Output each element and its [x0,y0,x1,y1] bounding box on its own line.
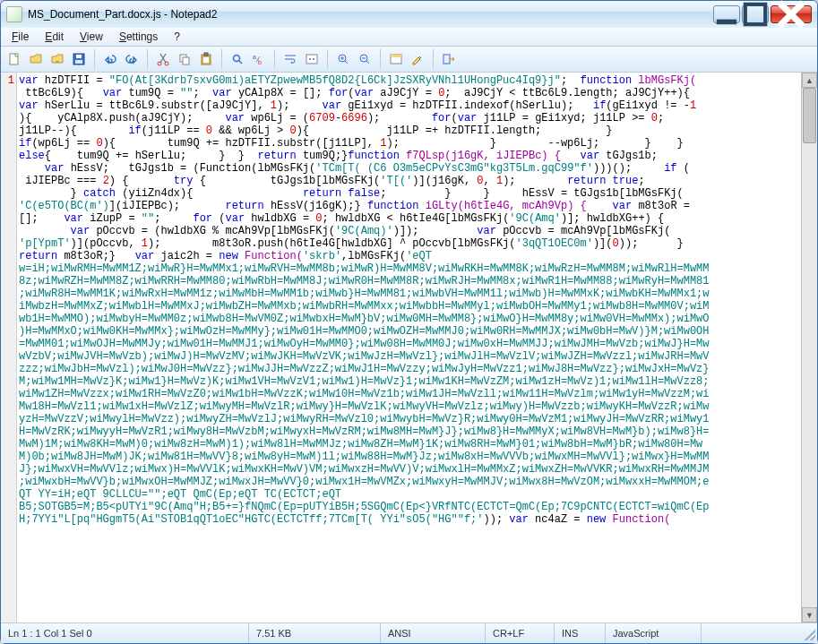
svg-text:a: a [253,54,256,60]
line-number: 1 [1,74,14,87]
svg-rect-4 [75,60,82,64]
menu-view[interactable]: View [73,29,110,45]
toolbar-separator [433,49,434,69]
svg-rect-11 [203,57,209,63]
svg-point-12 [234,56,240,62]
vertical-scrollbar[interactable]: ▲ ▼ [801,73,817,623]
replace-button[interactable]: ab [249,49,269,69]
customize-button[interactable] [408,49,427,69]
minimize-button[interactable] [713,5,740,23]
maximize-button[interactable] [742,5,769,23]
status-bar: Ln 1 : 1 Col 1 Sel 0 7.51 KB ANSI CR+LF … [1,623,817,643]
menu-help[interactable]: ? [167,29,187,45]
window-controls [713,5,812,23]
toolbar: ab [1,47,817,73]
svg-rect-3 [76,55,82,58]
svg-rect-8 [183,57,189,64]
toolbar-separator [221,49,222,69]
menu-edit[interactable]: Edit [38,29,71,45]
save-button[interactable] [69,49,89,69]
menu-bar: File Edit View Settings ? [1,28,817,47]
menu-settings[interactable]: Settings [112,29,165,45]
status-insertmode[interactable]: INS [555,623,606,643]
zoom-in-button[interactable] [333,49,353,69]
browse-folder-button[interactable] [47,49,67,69]
undo-button[interactable] [100,49,120,69]
svg-rect-22 [443,55,450,64]
svg-rect-0 [745,4,765,24]
svg-point-6 [165,62,168,65]
code-area[interactable]: var hzDTFII = "FO(At[3Kdrb7sxvG0mi)aETYZ… [17,73,801,623]
close-button[interactable] [771,5,812,23]
svg-point-16 [309,58,311,60]
window-title: MS_Document_Part.docx.js - Notepad2 [28,8,713,21]
scheme-button[interactable] [386,49,406,69]
scroll-up-button[interactable]: ▲ [802,73,817,88]
window: MS_Document_Part.docx.js - Notepad2 File… [0,0,818,644]
copy-button[interactable] [175,49,194,69]
svg-rect-15 [306,55,317,64]
new-file-button[interactable] [4,49,24,69]
word-wrap-button[interactable] [280,49,300,69]
status-encoding[interactable]: ANSI [381,623,486,643]
status-language[interactable]: JavaScript [606,623,702,643]
status-spacer [702,623,801,643]
toolbar-separator [380,49,381,69]
svg-point-5 [158,62,161,65]
titlebar[interactable]: MS_Document_Part.docx.js - Notepad2 [1,1,817,28]
svg-text:b: b [258,59,262,65]
toolbar-separator [327,49,328,69]
toolbar-separator [274,49,275,69]
scroll-down-button[interactable]: ▼ [802,607,817,623]
zoom-out-button[interactable] [355,49,375,69]
redo-button[interactable] [122,49,142,69]
toolbar-separator [147,49,148,69]
status-lineending[interactable]: CR+LF [486,623,555,643]
open-file-button[interactable] [26,49,46,69]
find-button[interactable] [228,49,247,69]
resize-grip-icon[interactable] [801,626,815,640]
status-position[interactable]: Ln 1 : 1 Col 1 Sel 0 [1,623,249,643]
paste-button[interactable] [196,49,216,69]
cut-button[interactable] [153,49,173,69]
scroll-thumb[interactable] [803,88,816,143]
show-whitespace-button[interactable] [302,49,322,69]
line-number-gutter: 1 [1,73,17,623]
svg-rect-21 [391,55,401,57]
svg-rect-10 [204,53,208,56]
svg-rect-1 [10,54,18,64]
status-filesize[interactable]: 7.51 KB [249,623,381,643]
menu-file[interactable]: File [4,29,36,45]
svg-point-17 [313,58,314,60]
editor: 1 var hzDTFII = "FO(At[3Kdrb7sxvG0mi)aET… [1,73,817,623]
toolbar-separator [94,49,95,69]
exit-button[interactable] [439,49,459,69]
app-icon [6,6,22,22]
